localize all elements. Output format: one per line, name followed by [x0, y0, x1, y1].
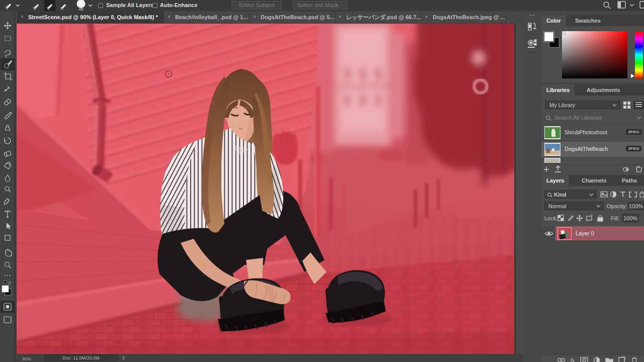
svg-text:45: 45 — [79, 7, 84, 11]
svg-text:Search All Libraries: Search All Libraries — [554, 115, 602, 121]
svg-text:fx: fx — [571, 357, 575, 362]
